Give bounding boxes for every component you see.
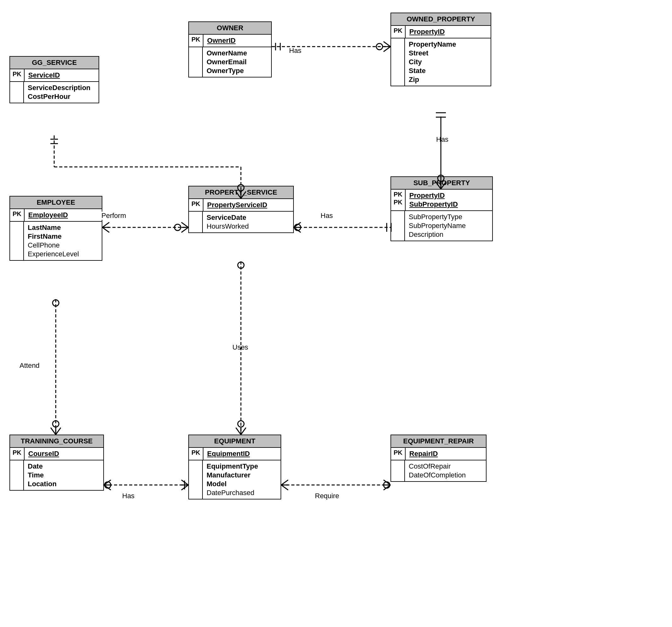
equipment-table: EQUIPMENT PK EquipmentID EquipmentType M… <box>188 435 281 500</box>
equipment-attr1: EquipmentType <box>207 462 258 471</box>
owner-table: OWNER PK OwnerID OwnerName OwnerEmail Ow… <box>188 21 272 77</box>
svg-point-45 <box>238 262 244 268</box>
svg-point-51 <box>104 482 111 488</box>
attend-label: Attend <box>20 362 40 370</box>
svg-line-41 <box>56 428 61 435</box>
equipment-repair-attr1: CostOfRepair <box>409 462 466 471</box>
equipment-repair-header: EQUIPMENT_REPAIR <box>391 435 486 448</box>
property-service-attr2: HoursWorked <box>207 222 249 231</box>
owned-property-attr3: City <box>409 58 456 66</box>
employee-attr4: ExperienceLevel <box>28 250 79 258</box>
owned-property-attr4: State <box>409 67 456 75</box>
has-ps-sub-label: Has <box>320 212 333 220</box>
employee-header: EMPLOYEE <box>10 196 102 209</box>
svg-line-65 <box>384 485 390 490</box>
sub-property-pk-label1: PK <box>393 191 403 198</box>
sub-property-header: SUB_PROPERTY <box>391 177 492 190</box>
gg-service-table: GG_SERVICE PK ServiceID ServiceDescripti… <box>9 56 99 103</box>
svg-point-63 <box>384 482 390 488</box>
gg-service-attr2: CostPerHour <box>28 93 90 101</box>
sub-property-pk-attr1: PropertyID <box>409 191 458 200</box>
employee-pk-label: PK <box>13 210 21 218</box>
property-service-pk-attr: PropertyServiceID <box>207 201 267 209</box>
svg-line-52 <box>104 480 111 485</box>
svg-line-47 <box>241 428 246 435</box>
has-owned-sub-label: Has <box>436 136 449 144</box>
svg-point-43 <box>53 421 59 427</box>
svg-line-34 <box>294 227 301 233</box>
require-label: Require <box>315 492 339 500</box>
svg-point-39 <box>53 300 59 306</box>
gg-service-attr1: ServiceDescription <box>28 84 90 92</box>
owner-attr3: OwnerType <box>207 67 247 75</box>
employee-table: EMPLOYEE PK EmployeeID LastName FirstNam… <box>9 196 102 261</box>
property-service-header: PROPERTY_SERVICE <box>189 187 293 199</box>
svg-line-46 <box>236 428 241 435</box>
property-service-pk-label: PK <box>191 200 200 208</box>
owner-pk-label: PK <box>191 36 200 43</box>
owned-property-pk-attr: PropertyID <box>409 28 445 36</box>
property-service-attr1: ServiceDate <box>207 214 249 222</box>
sub-property-attr3: Description <box>409 231 466 239</box>
svg-line-33 <box>294 222 301 227</box>
employee-attr1: LastName <box>28 224 79 232</box>
gg-service-header: GG_SERVICE <box>10 57 99 69</box>
owner-pk-attr: OwnerID <box>207 37 236 45</box>
svg-line-40 <box>51 428 56 435</box>
owned-property-attr1: PropertyName <box>409 40 456 48</box>
svg-line-24 <box>102 222 109 227</box>
equipment-header: EQUIPMENT <box>189 435 281 448</box>
gg-service-pk-label: PK <box>13 71 21 78</box>
training-course-header: TRANINING_COURSE <box>10 435 103 448</box>
training-course-attr2: Time <box>28 471 57 479</box>
svg-line-56 <box>182 485 188 490</box>
equipment-repair-table: EQUIPMENT_REPAIR PK RepairID CostOfRepai… <box>390 435 486 482</box>
svg-point-6 <box>376 44 383 50</box>
owned-property-attr2: Street <box>409 49 456 57</box>
svg-line-27 <box>182 222 188 227</box>
uses-label: Uses <box>233 343 248 352</box>
svg-line-60 <box>281 480 288 485</box>
svg-point-30 <box>174 224 181 231</box>
svg-point-32 <box>294 224 301 231</box>
sub-property-pk-attr2: SubPropertyID <box>409 200 458 209</box>
sub-property-table: SUB_PROPERTY PK PK PropertyID SubPropert… <box>390 176 493 241</box>
training-course-pk-label: PK <box>13 449 21 456</box>
svg-line-64 <box>384 480 390 485</box>
sub-property-attr1: SubPropertyType <box>409 213 466 221</box>
svg-line-25 <box>102 227 109 233</box>
perform-label: Perform <box>101 212 126 220</box>
equipment-repair-attr2: DateOfCompletion <box>409 471 466 479</box>
gg-service-pk-attr: ServiceID <box>28 71 60 79</box>
svg-point-49 <box>238 421 244 427</box>
equipment-repair-pk-attr: RepairID <box>409 450 438 458</box>
svg-line-53 <box>104 485 111 490</box>
svg-line-55 <box>182 480 188 485</box>
equipment-attr4: DatePurchased <box>207 489 258 497</box>
training-course-pk-attr: CourseID <box>28 450 59 458</box>
er-connections <box>0 0 672 627</box>
owned-property-table: OWNED_PROPERTY PK PropertyID PropertyNam… <box>390 13 491 86</box>
sub-property-pk-label2: PK <box>393 199 403 206</box>
owned-property-pk-label: PK <box>393 27 403 34</box>
owner-attr2: OwnerEmail <box>207 58 247 66</box>
owner-attr1: OwnerName <box>207 49 247 57</box>
equipment-pk-attr: EquipmentID <box>207 450 250 458</box>
employee-pk-attr: EmployeeID <box>28 211 68 219</box>
svg-line-4 <box>384 47 390 52</box>
sub-property-attr2: SubPropertyName <box>409 222 466 230</box>
equipment-attr3: Model <box>207 480 258 488</box>
equipment-pk-label: PK <box>191 449 200 456</box>
employee-attr3: CellPhone <box>28 241 79 249</box>
equipment-repair-pk-label: PK <box>393 449 403 456</box>
has-owner-property-label: Has <box>289 47 302 55</box>
svg-line-3 <box>384 42 390 47</box>
equipment-attr2: Manufacturer <box>207 471 258 479</box>
has-course-equip-label: Has <box>122 492 135 500</box>
owner-header: OWNER <box>189 22 271 34</box>
training-course-attr1: Date <box>28 462 57 471</box>
svg-line-61 <box>281 485 288 490</box>
svg-line-28 <box>182 227 188 233</box>
owned-property-header: OWNED_PROPERTY <box>391 13 490 26</box>
training-course-attr3: Location <box>28 480 57 488</box>
